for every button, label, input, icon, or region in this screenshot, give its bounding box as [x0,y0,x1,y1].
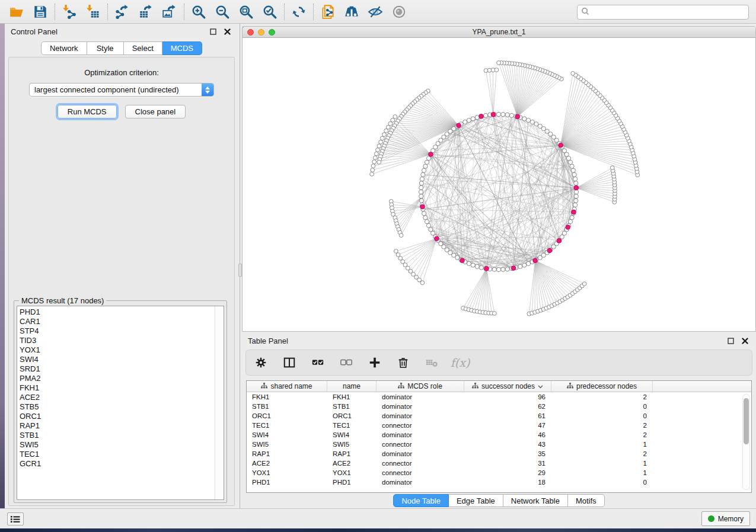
cell[interactable]: 62 [464,402,551,411]
table-row[interactable]: YOX1YOX1connector291 [247,468,751,477]
refresh-icon[interactable] [287,2,311,21]
cell[interactable]: 61 [464,411,551,421]
cell[interactable]: SWI4 [327,430,377,440]
cell[interactable]: 29 [464,468,551,477]
mcds-node-item[interactable]: GCR1 [20,459,41,469]
cell[interactable]: SWI4 [247,430,327,440]
maximize-window-icon[interactable] [269,29,275,36]
tab-node-table[interactable]: Node Table [393,494,449,507]
mcds-node-item[interactable]: SWI4 [20,355,41,364]
save-session-icon[interactable] [28,2,52,21]
tab-mcds[interactable]: MCDS [162,41,202,55]
column-header-predecessor-nodes[interactable]: predecessor nodes [551,381,653,392]
table-row[interactable]: STB1STB1dominator620 [247,402,751,411]
close-table-panel-icon[interactable] [739,336,750,345]
mcds-node-item[interactable]: CAR1 [20,317,41,326]
tab-style[interactable]: Style [87,41,124,55]
cell[interactable]: dominator [377,449,464,459]
cell[interactable]: 18 [464,477,551,487]
table-row[interactable]: TEC1TEC1connector472 [247,421,751,430]
deselect-all-icon[interactable] [339,355,354,370]
table-scrollbar-thumb[interactable] [744,398,749,444]
cell[interactable]: connector [377,459,464,468]
cell[interactable]: SWI5 [247,440,327,449]
cell[interactable]: 96 [464,392,551,402]
cell[interactable]: 43 [464,440,551,449]
table-row[interactable]: ACE2ACE2connector311 [247,459,751,468]
cell[interactable]: FKH1 [327,392,377,402]
zoom-fit-icon[interactable] [234,2,258,21]
mcds-node-item[interactable]: SWI5 [20,440,41,450]
table-scrollbar[interactable] [742,394,750,490]
close-panel-icon[interactable] [222,27,232,36]
share-document-icon[interactable] [316,2,340,21]
memory-button[interactable]: Memory [701,511,750,526]
tab-network[interactable]: Network [41,41,87,55]
delete-column-icon[interactable] [395,355,411,370]
select-all-icon[interactable] [310,355,326,370]
cell[interactable]: 0 [551,411,653,421]
tab-motifs[interactable]: Motifs [568,494,605,507]
cell[interactable]: dominator [377,477,464,487]
float-panel-icon[interactable] [208,27,218,36]
cell[interactable]: dominator [377,430,464,440]
cell[interactable]: 2 [551,430,653,440]
mcds-result-list[interactable]: PHD1CAR1STP4TID3YOX1SWI4SRD1PMA2FKH1ACE2… [17,306,224,500]
mcds-node-item[interactable]: STB1 [20,431,41,440]
zoom-in-icon[interactable] [187,2,210,21]
cell[interactable]: STB1 [247,402,327,411]
table-row[interactable]: FKH1FKH1dominator962 [247,392,751,402]
cell[interactable]: 46 [464,430,551,440]
cell[interactable]: dominator [377,411,464,421]
mcds-node-item[interactable]: PHD1 [20,307,41,317]
zoom-out-icon[interactable] [210,2,234,21]
table-row[interactable]: ORC1ORC1dominator610 [247,411,751,421]
zoom-selected-icon[interactable] [258,2,282,21]
add-column-icon[interactable] [367,355,382,370]
cell[interactable]: 2 [551,392,653,402]
cell[interactable]: connector [377,440,464,449]
mcds-list-scrollbar[interactable] [215,306,224,499]
column-header-shared-name[interactable]: shared name [247,381,327,392]
cell[interactable]: 1 [551,468,653,477]
criterion-select[interactable]: largest connected component (undirected) [29,83,214,97]
table-row[interactable]: SWI4SWI4dominator462 [247,430,751,440]
cell[interactable]: 2 [551,421,653,430]
cell[interactable]: 47 [464,421,551,430]
table-row[interactable]: SWI5SWI5connector431 [247,440,751,449]
table-settings-icon[interactable] [253,355,269,370]
open-file-icon[interactable] [5,2,28,21]
cell[interactable]: ORC1 [327,411,377,421]
cell[interactable]: 1 [551,440,653,449]
mcds-node-item[interactable]: TID3 [20,336,41,345]
run-mcds-button[interactable]: Run MCDS [58,105,117,118]
mcds-node-item[interactable]: PMA2 [20,374,41,383]
mcds-node-item[interactable]: STB5 [20,402,41,412]
cell[interactable]: connector [377,421,464,430]
column-header-name[interactable]: name [327,381,377,392]
export-image-icon[interactable] [158,2,181,21]
table-row[interactable]: RAP1RAP1dominator352 [247,449,751,459]
cell[interactable]: 35 [464,449,551,459]
column-header-successor-nodes[interactable]: successor nodes [464,381,551,392]
mcds-node-item[interactable]: FKH1 [20,383,41,393]
cell[interactable]: 2 [551,449,653,459]
mcds-node-item[interactable]: RAP1 [20,421,41,431]
mcds-node-item[interactable]: STP4 [20,326,41,336]
mcds-node-item[interactable]: TEC1 [20,450,41,459]
float-table-panel-icon[interactable] [725,336,736,345]
tab-network-table[interactable]: Network Table [503,494,568,507]
cell[interactable]: connector [377,468,464,477]
mcds-node-item[interactable]: ACE2 [20,393,41,402]
close-panel-button[interactable]: Close panel [125,105,186,118]
cell[interactable]: TEC1 [327,421,377,430]
cell[interactable]: PHD1 [247,477,327,487]
cell[interactable]: ACE2 [247,459,327,468]
cell[interactable]: dominator [377,402,464,411]
cell[interactable]: 1 [551,459,653,468]
cell[interactable]: dominator [377,392,464,402]
cell[interactable]: RAP1 [247,449,327,459]
cell[interactable]: YOX1 [247,468,327,477]
tab-edge-table[interactable]: Edge Table [449,494,503,507]
cell[interactable]: FKH1 [247,392,327,402]
